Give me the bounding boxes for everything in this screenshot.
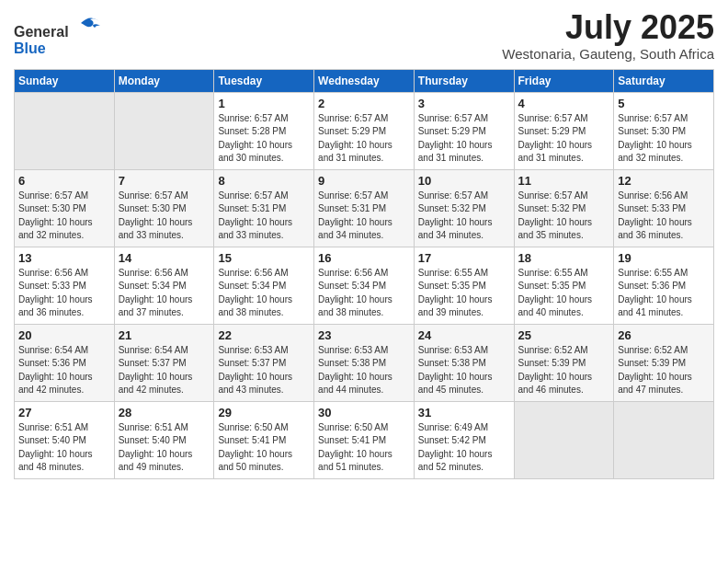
- day-number: 20: [18, 328, 110, 342]
- day-info: Sunrise: 6:55 AMSunset: 5:36 PMDaylight:…: [618, 268, 692, 318]
- day-number: 14: [119, 251, 210, 265]
- day-number: 23: [318, 328, 410, 342]
- subtitle: Westonaria, Gauteng, South Africa: [502, 46, 714, 62]
- logo-blue: Blue: [14, 40, 46, 56]
- logo-icon: [76, 9, 104, 37]
- day-number: 21: [119, 328, 210, 342]
- calendar-day-cell: [514, 401, 614, 478]
- day-number: 25: [518, 328, 610, 342]
- day-number: 17: [418, 251, 510, 265]
- calendar-day-cell: 21Sunrise: 6:54 AMSunset: 5:37 PMDayligh…: [114, 324, 214, 401]
- main-title: July 2025: [502, 9, 714, 46]
- day-info: Sunrise: 6:52 AMSunset: 5:39 PMDaylight:…: [518, 345, 593, 396]
- day-number: 29: [218, 406, 310, 419]
- page-container: General Blue July 2025 Westonaria, Gaute…: [0, 0, 728, 488]
- calendar-day-cell: 28Sunrise: 6:51 AMSunset: 5:40 PMDayligh…: [114, 401, 214, 478]
- header-tuesday: Tuesday: [214, 69, 314, 92]
- day-number: 6: [18, 174, 110, 188]
- calendar-day-cell: 31Sunrise: 6:49 AMSunset: 5:42 PMDayligh…: [414, 401, 514, 478]
- day-number: 28: [119, 406, 210, 419]
- day-number: 2: [318, 97, 410, 110]
- calendar-day-cell: 22Sunrise: 6:53 AMSunset: 5:37 PMDayligh…: [214, 324, 314, 401]
- day-info: Sunrise: 6:51 AMSunset: 5:40 PMDaylight:…: [18, 422, 93, 473]
- day-info: Sunrise: 6:57 AMSunset: 5:31 PMDaylight:…: [318, 190, 392, 241]
- calendar-day-cell: 14Sunrise: 6:56 AMSunset: 5:34 PMDayligh…: [114, 247, 214, 324]
- calendar-day-cell: 8Sunrise: 6:57 AMSunset: 5:31 PMDaylight…: [214, 169, 314, 247]
- calendar-day-cell: 13Sunrise: 6:56 AMSunset: 5:33 PMDayligh…: [15, 247, 115, 324]
- calendar-day-cell: 19Sunrise: 6:55 AMSunset: 5:36 PMDayligh…: [614, 247, 714, 324]
- day-number: 11: [518, 174, 610, 188]
- calendar-day-cell: 12Sunrise: 6:56 AMSunset: 5:33 PMDayligh…: [614, 169, 714, 247]
- day-info: Sunrise: 6:57 AMSunset: 5:30 PMDaylight:…: [618, 113, 692, 164]
- day-info: Sunrise: 6:56 AMSunset: 5:34 PMDaylight:…: [119, 268, 193, 318]
- day-number: 7: [119, 174, 210, 188]
- calendar-day-cell: 25Sunrise: 6:52 AMSunset: 5:39 PMDayligh…: [514, 324, 614, 401]
- calendar-day-cell: 23Sunrise: 6:53 AMSunset: 5:38 PMDayligh…: [314, 324, 415, 401]
- calendar-week-row: 20Sunrise: 6:54 AMSunset: 5:36 PMDayligh…: [15, 324, 714, 401]
- day-info: Sunrise: 6:57 AMSunset: 5:29 PMDaylight:…: [318, 113, 392, 164]
- calendar-day-cell: 18Sunrise: 6:55 AMSunset: 5:35 PMDayligh…: [514, 247, 614, 324]
- calendar-day-cell: 9Sunrise: 6:57 AMSunset: 5:31 PMDaylight…: [314, 169, 415, 247]
- day-info: Sunrise: 6:50 AMSunset: 5:41 PMDaylight:…: [318, 422, 392, 473]
- day-number: 10: [418, 174, 510, 188]
- calendar-day-cell: 30Sunrise: 6:50 AMSunset: 5:41 PMDayligh…: [314, 401, 415, 478]
- day-number: 30: [318, 406, 410, 419]
- day-info: Sunrise: 6:50 AMSunset: 5:41 PMDaylight:…: [218, 422, 292, 473]
- day-number: 1: [218, 97, 310, 110]
- day-info: Sunrise: 6:57 AMSunset: 5:29 PMDaylight:…: [418, 113, 493, 164]
- weekday-header-row: Sunday Monday Tuesday Wednesday Thursday…: [15, 69, 714, 92]
- header-saturday: Saturday: [614, 69, 714, 92]
- day-number: 12: [618, 174, 710, 188]
- calendar-day-cell: 20Sunrise: 6:54 AMSunset: 5:36 PMDayligh…: [15, 324, 115, 401]
- day-number: 9: [318, 174, 410, 188]
- calendar-day-cell: 5Sunrise: 6:57 AMSunset: 5:30 PMDaylight…: [614, 92, 714, 169]
- day-info: Sunrise: 6:56 AMSunset: 5:33 PMDaylight:…: [618, 190, 692, 241]
- logo: General Blue: [14, 9, 104, 57]
- calendar-week-row: 13Sunrise: 6:56 AMSunset: 5:33 PMDayligh…: [15, 247, 714, 324]
- day-info: Sunrise: 6:51 AMSunset: 5:40 PMDaylight:…: [119, 422, 193, 473]
- day-info: Sunrise: 6:53 AMSunset: 5:37 PMDaylight:…: [218, 345, 292, 396]
- day-info: Sunrise: 6:57 AMSunset: 5:30 PMDaylight:…: [18, 190, 93, 241]
- day-number: 27: [18, 406, 110, 419]
- day-info: Sunrise: 6:54 AMSunset: 5:36 PMDaylight:…: [18, 345, 93, 396]
- calendar-day-cell: 24Sunrise: 6:53 AMSunset: 5:38 PMDayligh…: [414, 324, 514, 401]
- day-number: 15: [218, 251, 310, 265]
- day-number: 3: [418, 97, 510, 110]
- day-number: 4: [518, 97, 610, 110]
- day-info: Sunrise: 6:57 AMSunset: 5:29 PMDaylight:…: [518, 113, 593, 164]
- day-info: Sunrise: 6:57 AMSunset: 5:32 PMDaylight:…: [518, 190, 593, 241]
- header-thursday: Thursday: [414, 69, 514, 92]
- calendar-day-cell: 15Sunrise: 6:56 AMSunset: 5:34 PMDayligh…: [214, 247, 314, 324]
- header-wednesday: Wednesday: [314, 69, 415, 92]
- logo-general: General: [14, 24, 69, 40]
- calendar-day-cell: [614, 401, 714, 478]
- day-number: 5: [618, 97, 710, 110]
- day-number: 13: [18, 251, 110, 265]
- calendar-day-cell: 3Sunrise: 6:57 AMSunset: 5:29 PMDaylight…: [414, 92, 514, 169]
- title-block: July 2025 Westonaria, Gauteng, South Afr…: [502, 9, 714, 62]
- day-info: Sunrise: 6:55 AMSunset: 5:35 PMDaylight:…: [518, 268, 593, 318]
- day-info: Sunrise: 6:57 AMSunset: 5:30 PMDaylight:…: [119, 190, 193, 241]
- header: General Blue July 2025 Westonaria, Gaute…: [14, 9, 714, 62]
- calendar-day-cell: 6Sunrise: 6:57 AMSunset: 5:30 PMDaylight…: [15, 169, 115, 247]
- day-info: Sunrise: 6:52 AMSunset: 5:39 PMDaylight:…: [618, 345, 692, 396]
- calendar-day-cell: 2Sunrise: 6:57 AMSunset: 5:29 PMDaylight…: [314, 92, 415, 169]
- header-sunday: Sunday: [15, 69, 115, 92]
- calendar-day-cell: 10Sunrise: 6:57 AMSunset: 5:32 PMDayligh…: [414, 169, 514, 247]
- calendar-day-cell: 29Sunrise: 6:50 AMSunset: 5:41 PMDayligh…: [214, 401, 314, 478]
- day-number: 8: [218, 174, 310, 188]
- calendar-week-row: 27Sunrise: 6:51 AMSunset: 5:40 PMDayligh…: [15, 401, 714, 478]
- day-info: Sunrise: 6:53 AMSunset: 5:38 PMDaylight:…: [318, 345, 392, 396]
- calendar-table: Sunday Monday Tuesday Wednesday Thursday…: [14, 69, 714, 479]
- day-number: 31: [418, 406, 510, 419]
- calendar-day-cell: 1Sunrise: 6:57 AMSunset: 5:28 PMDaylight…: [214, 92, 314, 169]
- calendar-day-cell: [15, 92, 115, 169]
- day-info: Sunrise: 6:53 AMSunset: 5:38 PMDaylight:…: [418, 345, 493, 396]
- calendar-day-cell: 11Sunrise: 6:57 AMSunset: 5:32 PMDayligh…: [514, 169, 614, 247]
- calendar-day-cell: 16Sunrise: 6:56 AMSunset: 5:34 PMDayligh…: [314, 247, 415, 324]
- header-monday: Monday: [114, 69, 214, 92]
- day-number: 26: [618, 328, 710, 342]
- day-info: Sunrise: 6:56 AMSunset: 5:34 PMDaylight:…: [218, 268, 292, 318]
- calendar-day-cell: 26Sunrise: 6:52 AMSunset: 5:39 PMDayligh…: [614, 324, 714, 401]
- calendar-day-cell: 27Sunrise: 6:51 AMSunset: 5:40 PMDayligh…: [15, 401, 115, 478]
